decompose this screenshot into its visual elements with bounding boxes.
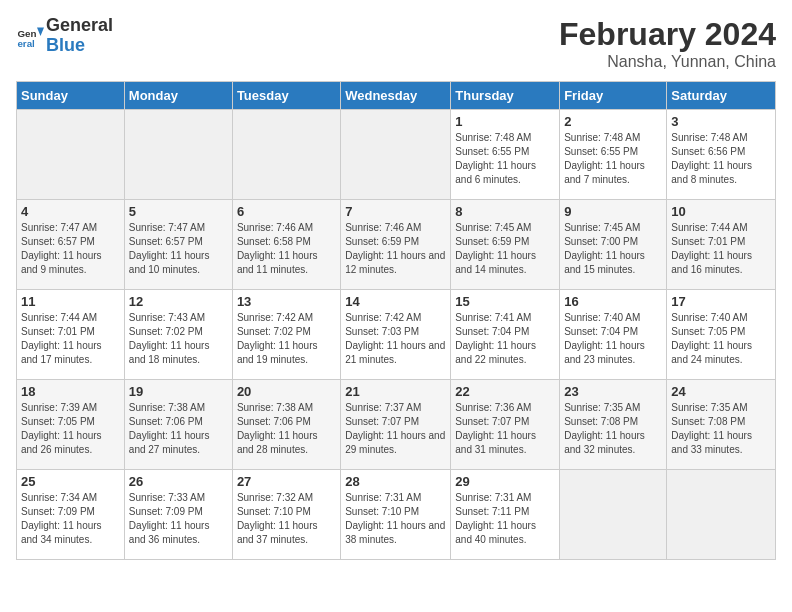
calendar-cell: 18Sunrise: 7:39 AMSunset: 7:05 PMDayligh… xyxy=(17,380,125,470)
calendar-week-row: 18Sunrise: 7:39 AMSunset: 7:05 PMDayligh… xyxy=(17,380,776,470)
title-block: February 2024 Nansha, Yunnan, China xyxy=(559,16,776,71)
calendar-cell xyxy=(341,110,451,200)
day-number: 27 xyxy=(237,474,336,489)
day-number: 20 xyxy=(237,384,336,399)
day-number: 1 xyxy=(455,114,555,129)
logo: Gen eral General Blue xyxy=(16,16,113,56)
day-info: Sunrise: 7:37 AMSunset: 7:07 PMDaylight:… xyxy=(345,401,446,457)
day-number: 10 xyxy=(671,204,771,219)
day-number: 21 xyxy=(345,384,446,399)
day-info: Sunrise: 7:43 AMSunset: 7:02 PMDaylight:… xyxy=(129,311,228,367)
day-info: Sunrise: 7:38 AMSunset: 7:06 PMDaylight:… xyxy=(129,401,228,457)
day-info: Sunrise: 7:48 AMSunset: 6:55 PMDaylight:… xyxy=(564,131,662,187)
calendar-cell: 2Sunrise: 7:48 AMSunset: 6:55 PMDaylight… xyxy=(560,110,667,200)
day-info: Sunrise: 7:48 AMSunset: 6:56 PMDaylight:… xyxy=(671,131,771,187)
calendar-cell: 14Sunrise: 7:42 AMSunset: 7:03 PMDayligh… xyxy=(341,290,451,380)
calendar-week-row: 25Sunrise: 7:34 AMSunset: 7:09 PMDayligh… xyxy=(17,470,776,560)
calendar-week-row: 11Sunrise: 7:44 AMSunset: 7:01 PMDayligh… xyxy=(17,290,776,380)
calendar-cell: 10Sunrise: 7:44 AMSunset: 7:01 PMDayligh… xyxy=(667,200,776,290)
day-info: Sunrise: 7:45 AMSunset: 6:59 PMDaylight:… xyxy=(455,221,555,277)
calendar-week-row: 4Sunrise: 7:47 AMSunset: 6:57 PMDaylight… xyxy=(17,200,776,290)
day-info: Sunrise: 7:38 AMSunset: 7:06 PMDaylight:… xyxy=(237,401,336,457)
header-wednesday: Wednesday xyxy=(341,82,451,110)
calendar-cell: 15Sunrise: 7:41 AMSunset: 7:04 PMDayligh… xyxy=(451,290,560,380)
day-number: 25 xyxy=(21,474,120,489)
day-info: Sunrise: 7:42 AMSunset: 7:03 PMDaylight:… xyxy=(345,311,446,367)
calendar-cell: 4Sunrise: 7:47 AMSunset: 6:57 PMDaylight… xyxy=(17,200,125,290)
day-number: 15 xyxy=(455,294,555,309)
day-info: Sunrise: 7:45 AMSunset: 7:00 PMDaylight:… xyxy=(564,221,662,277)
day-number: 18 xyxy=(21,384,120,399)
day-info: Sunrise: 7:46 AMSunset: 6:58 PMDaylight:… xyxy=(237,221,336,277)
day-number: 26 xyxy=(129,474,228,489)
page-header: Gen eral General Blue February 2024 Nans… xyxy=(16,16,776,71)
header-thursday: Thursday xyxy=(451,82,560,110)
calendar-cell: 11Sunrise: 7:44 AMSunset: 7:01 PMDayligh… xyxy=(17,290,125,380)
calendar-cell: 5Sunrise: 7:47 AMSunset: 6:57 PMDaylight… xyxy=(124,200,232,290)
calendar-cell: 21Sunrise: 7:37 AMSunset: 7:07 PMDayligh… xyxy=(341,380,451,470)
day-number: 12 xyxy=(129,294,228,309)
calendar-cell: 9Sunrise: 7:45 AMSunset: 7:00 PMDaylight… xyxy=(560,200,667,290)
location-subtitle: Nansha, Yunnan, China xyxy=(559,53,776,71)
logo-line1: General xyxy=(46,16,113,36)
header-friday: Friday xyxy=(560,82,667,110)
day-number: 3 xyxy=(671,114,771,129)
day-info: Sunrise: 7:48 AMSunset: 6:55 PMDaylight:… xyxy=(455,131,555,187)
calendar-cell: 29Sunrise: 7:31 AMSunset: 7:11 PMDayligh… xyxy=(451,470,560,560)
header-saturday: Saturday xyxy=(667,82,776,110)
calendar-cell xyxy=(667,470,776,560)
calendar-table: SundayMondayTuesdayWednesdayThursdayFrid… xyxy=(16,81,776,560)
day-info: Sunrise: 7:44 AMSunset: 7:01 PMDaylight:… xyxy=(21,311,120,367)
day-info: Sunrise: 7:41 AMSunset: 7:04 PMDaylight:… xyxy=(455,311,555,367)
day-info: Sunrise: 7:31 AMSunset: 7:11 PMDaylight:… xyxy=(455,491,555,547)
day-number: 6 xyxy=(237,204,336,219)
calendar-cell: 28Sunrise: 7:31 AMSunset: 7:10 PMDayligh… xyxy=(341,470,451,560)
header-sunday: Sunday xyxy=(17,82,125,110)
day-number: 8 xyxy=(455,204,555,219)
day-number: 17 xyxy=(671,294,771,309)
calendar-cell: 25Sunrise: 7:34 AMSunset: 7:09 PMDayligh… xyxy=(17,470,125,560)
day-number: 2 xyxy=(564,114,662,129)
calendar-cell xyxy=(124,110,232,200)
day-info: Sunrise: 7:47 AMSunset: 6:57 PMDaylight:… xyxy=(21,221,120,277)
calendar-cell: 3Sunrise: 7:48 AMSunset: 6:56 PMDaylight… xyxy=(667,110,776,200)
calendar-cell: 27Sunrise: 7:32 AMSunset: 7:10 PMDayligh… xyxy=(232,470,340,560)
day-number: 5 xyxy=(129,204,228,219)
calendar-week-row: 1Sunrise: 7:48 AMSunset: 6:55 PMDaylight… xyxy=(17,110,776,200)
calendar-cell: 7Sunrise: 7:46 AMSunset: 6:59 PMDaylight… xyxy=(341,200,451,290)
calendar-cell: 26Sunrise: 7:33 AMSunset: 7:09 PMDayligh… xyxy=(124,470,232,560)
header-tuesday: Tuesday xyxy=(232,82,340,110)
calendar-header-row: SundayMondayTuesdayWednesdayThursdayFrid… xyxy=(17,82,776,110)
calendar-cell: 13Sunrise: 7:42 AMSunset: 7:02 PMDayligh… xyxy=(232,290,340,380)
day-info: Sunrise: 7:46 AMSunset: 6:59 PMDaylight:… xyxy=(345,221,446,277)
day-number: 23 xyxy=(564,384,662,399)
day-info: Sunrise: 7:42 AMSunset: 7:02 PMDaylight:… xyxy=(237,311,336,367)
calendar-cell: 23Sunrise: 7:35 AMSunset: 7:08 PMDayligh… xyxy=(560,380,667,470)
day-info: Sunrise: 7:34 AMSunset: 7:09 PMDaylight:… xyxy=(21,491,120,547)
day-info: Sunrise: 7:40 AMSunset: 7:05 PMDaylight:… xyxy=(671,311,771,367)
day-number: 22 xyxy=(455,384,555,399)
day-info: Sunrise: 7:39 AMSunset: 7:05 PMDaylight:… xyxy=(21,401,120,457)
day-info: Sunrise: 7:31 AMSunset: 7:10 PMDaylight:… xyxy=(345,491,446,547)
day-number: 29 xyxy=(455,474,555,489)
day-info: Sunrise: 7:44 AMSunset: 7:01 PMDaylight:… xyxy=(671,221,771,277)
day-info: Sunrise: 7:35 AMSunset: 7:08 PMDaylight:… xyxy=(564,401,662,457)
month-year-title: February 2024 xyxy=(559,16,776,53)
calendar-cell: 19Sunrise: 7:38 AMSunset: 7:06 PMDayligh… xyxy=(124,380,232,470)
calendar-cell: 22Sunrise: 7:36 AMSunset: 7:07 PMDayligh… xyxy=(451,380,560,470)
day-number: 14 xyxy=(345,294,446,309)
day-number: 24 xyxy=(671,384,771,399)
day-number: 4 xyxy=(21,204,120,219)
header-monday: Monday xyxy=(124,82,232,110)
day-info: Sunrise: 7:36 AMSunset: 7:07 PMDaylight:… xyxy=(455,401,555,457)
day-info: Sunrise: 7:40 AMSunset: 7:04 PMDaylight:… xyxy=(564,311,662,367)
calendar-cell: 8Sunrise: 7:45 AMSunset: 6:59 PMDaylight… xyxy=(451,200,560,290)
calendar-cell: 1Sunrise: 7:48 AMSunset: 6:55 PMDaylight… xyxy=(451,110,560,200)
calendar-cell: 16Sunrise: 7:40 AMSunset: 7:04 PMDayligh… xyxy=(560,290,667,380)
calendar-cell: 20Sunrise: 7:38 AMSunset: 7:06 PMDayligh… xyxy=(232,380,340,470)
calendar-cell: 12Sunrise: 7:43 AMSunset: 7:02 PMDayligh… xyxy=(124,290,232,380)
svg-marker-2 xyxy=(37,27,44,35)
day-info: Sunrise: 7:35 AMSunset: 7:08 PMDaylight:… xyxy=(671,401,771,457)
day-number: 9 xyxy=(564,204,662,219)
day-number: 13 xyxy=(237,294,336,309)
